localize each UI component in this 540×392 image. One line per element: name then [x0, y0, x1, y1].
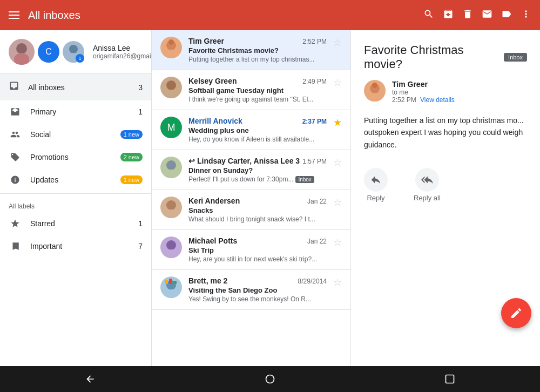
all-inboxes-nav[interactable]: All inboxes 3	[0, 74, 151, 100]
more-icon[interactable]	[521, 9, 531, 22]
important-icon	[9, 241, 22, 251]
recents-button[interactable]	[444, 374, 455, 384]
promotions-icon	[9, 152, 22, 162]
email-sender-6: Michael Potts	[188, 236, 237, 245]
email-item-5[interactable]: Keri Andersen Jan 22 Snacks What should …	[152, 190, 350, 230]
email-time-7: 8/29/2014	[298, 278, 327, 285]
svg-point-11	[164, 170, 178, 178]
email-item-2[interactable]: Kelsey Green 2:49 PM Softball game Tuesd…	[152, 70, 350, 110]
important-label: Important	[30, 242, 130, 251]
detail-body: Putting together a list on my top christ…	[364, 114, 527, 151]
email-item-7[interactable]: Brett, me 2 8/29/2014 Visiting the San D…	[152, 270, 350, 310]
star-6[interactable]: ☆	[333, 236, 342, 248]
sidebar-item-primary[interactable]: Primary 1	[0, 100, 151, 123]
primary-icon	[9, 107, 22, 117]
email-sender-4: ↩ Lindsay Carter, Anissa Lee 3	[188, 157, 300, 165]
email-item-6[interactable]: Michael Potts Jan 22 Ski Trip Hey, are y…	[152, 230, 350, 270]
detail-sender-info: Tim Greer to me 2:52 PM View details	[392, 80, 527, 104]
reply-icon	[364, 168, 388, 192]
star-7[interactable]: ☆	[333, 276, 342, 288]
email-content-3: Merrill Anovick 2:37 PM Wedding plus one…	[188, 117, 327, 143]
avatar-small-group[interactable]: 1	[63, 41, 84, 63]
sidebar: C 1 Anissa Lee origamifan26@gmail.com	[0, 30, 151, 366]
email-sender-1: Tim Greer	[188, 37, 224, 45]
updates-badge: 1 new	[120, 175, 143, 184]
email-subject-3: Wedding plus one	[188, 126, 327, 134]
email-item-4[interactable]: ↩ Lindsay Carter, Anissa Lee 3 1:57 PM D…	[152, 150, 350, 190]
view-details-link[interactable]: View details	[420, 96, 455, 104]
sidebar-item-social[interactable]: Social 1 new	[0, 123, 151, 146]
avatar-anissa[interactable]	[9, 39, 35, 65]
starred-label: Starred	[30, 219, 130, 228]
svg-point-12	[166, 200, 176, 210]
sidebar-item-starred[interactable]: Starred 1	[0, 212, 151, 235]
email-actions-4: ☆	[333, 157, 342, 168]
detail-inbox-badge: Inbox	[504, 53, 527, 62]
star-5[interactable]: ☆	[333, 197, 342, 208]
updates-label: Updates	[30, 175, 112, 184]
reply-all-button[interactable]: Reply all	[414, 168, 441, 202]
detail-sender-name: Tim Greer	[392, 80, 527, 89]
email-avatar-5	[160, 197, 182, 218]
hamburger-menu[interactable]	[9, 11, 19, 19]
svg-point-9	[164, 90, 178, 98]
star-4[interactable]: ☆	[333, 157, 342, 168]
svg-point-7	[168, 39, 174, 45]
email-preview-5: What should I bring tonight snack wise? …	[188, 215, 327, 223]
svg-point-3	[69, 45, 78, 53]
inbox-icon	[9, 80, 19, 94]
reply-button[interactable]: Reply	[364, 168, 388, 202]
email-item-1[interactable]: Tim Greer 2:52 PM Favorite Christmas mov…	[152, 30, 350, 70]
star-2[interactable]: ☆	[333, 77, 342, 89]
email-preview-4: Perfect! I'll put us down for 7:30pm... …	[188, 175, 327, 183]
reply-all-label: Reply all	[414, 194, 441, 202]
email-avatar-4	[160, 157, 182, 178]
email-content-5: Keri Andersen Jan 22 Snacks What should …	[188, 197, 327, 223]
delete-icon[interactable]	[462, 9, 473, 22]
email-time-4: 1:57 PM	[302, 158, 327, 165]
email-content-2: Kelsey Green 2:49 PM Softball game Tuesd…	[188, 77, 327, 103]
svg-point-6	[164, 50, 178, 58]
star-icon	[9, 219, 22, 228]
email-sender-7: Brett, me 2	[188, 276, 227, 285]
svg-point-23	[372, 83, 377, 88]
social-icon	[9, 130, 22, 139]
svg-point-22	[368, 93, 382, 102]
top-bar: All inboxes	[0, 0, 540, 30]
updates-icon	[9, 175, 22, 185]
email-preview-6: Hey, are you still in for next week's sk…	[188, 255, 327, 263]
promotions-label: Promotions	[30, 153, 112, 161]
sidebar-item-updates[interactable]: Updates 1 new	[0, 168, 151, 191]
sidebar-item-important[interactable]: Important 7	[0, 235, 151, 258]
archive-icon[interactable]	[443, 9, 454, 22]
email-sender-5: Keri Andersen	[188, 197, 240, 205]
svg-point-13	[164, 209, 178, 218]
inbox-badge-4: Inbox	[295, 176, 314, 183]
home-button[interactable]	[265, 374, 275, 384]
email-avatar-3: M	[160, 117, 182, 138]
reply-all-icon	[415, 168, 439, 192]
label-icon[interactable]	[501, 9, 512, 22]
sidebar-item-promotions[interactable]: Promotions 2 new	[0, 146, 151, 168]
page-title: All inboxes	[28, 9, 80, 22]
detail-sender-row: Tim Greer to me 2:52 PM View details	[364, 80, 527, 104]
avatar-c[interactable]: C	[38, 41, 59, 63]
starred-count: 1	[138, 219, 143, 228]
svg-rect-18	[165, 280, 168, 284]
detail-avatar	[364, 80, 386, 102]
detail-actions: Reply Reply all	[364, 168, 527, 202]
account-email: origamifan26@gmail.com	[93, 52, 151, 60]
compose-fab[interactable]	[501, 298, 531, 328]
star-1[interactable]: ☆	[333, 37, 342, 49]
email-actions-6: ☆	[333, 236, 342, 248]
back-button[interactable]	[85, 374, 96, 384]
email-actions-7: ☆	[333, 276, 342, 288]
email-time-1: 2:52 PM	[302, 38, 327, 45]
mail-icon[interactable]	[482, 9, 492, 22]
email-subject-7: Visiting the San Diego Zoo	[188, 286, 327, 294]
star-3[interactable]: ★	[333, 117, 342, 129]
search-icon[interactable]	[423, 9, 434, 22]
email-item-3[interactable]: M Merrill Anovick 2:37 PM Wedding plus o…	[152, 110, 350, 150]
all-labels-section: All labels	[0, 196, 151, 212]
email-time-3: 2:37 PM	[302, 118, 327, 125]
